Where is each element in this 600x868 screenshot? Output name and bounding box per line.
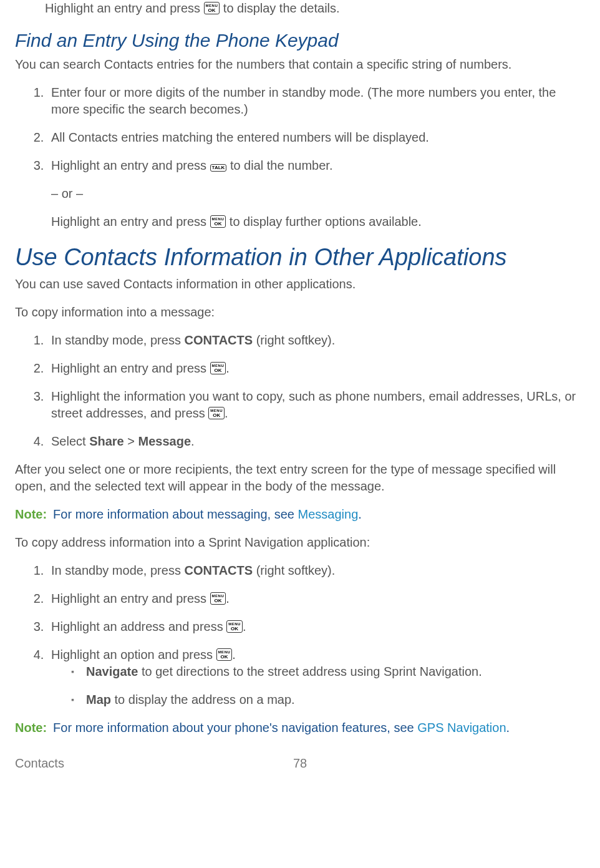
list-item: In standby mode, press CONTACTS (right s… [47, 332, 585, 349]
talk-key-icon: TALK [210, 164, 227, 172]
subheading: To copy information into a message: [15, 304, 585, 321]
note-navigation: Note:For more information about your pho… [15, 719, 585, 736]
list-item: Highlight an entry and press TALK to dia… [47, 157, 585, 230]
or-separator: – or – [51, 185, 585, 202]
list-item: Map to display the address on a map. [71, 691, 585, 708]
note-label: Note: [15, 721, 47, 734]
menu-ok-key-icon: MENUOK [210, 215, 226, 228]
list-item: Enter four or more digits of the number … [47, 84, 585, 118]
heading-find-entry: Find an Entry Using the Phone Keypad [15, 28, 585, 54]
note-label: Note: [15, 507, 47, 521]
gps-navigation-link[interactable]: GPS Navigation [417, 721, 506, 734]
list-item: Navigate to get directions to the street… [71, 663, 585, 680]
list-item: In standby mode, press CONTACTS (right s… [47, 562, 585, 579]
options-bullets: Navigate to get directions to the street… [51, 663, 585, 708]
menu-ok-key-icon: MENUOK [216, 648, 233, 661]
page-number: 78 [293, 755, 307, 770]
list-item: All Contacts entries matching the entere… [47, 129, 585, 146]
menu-ok-key-icon: MENUOK [210, 362, 226, 374]
list-item: Select Share > Message. [47, 433, 585, 450]
steps-list-2a: In standby mode, press CONTACTS (right s… [15, 332, 585, 450]
body-text: After you select one or more recipients,… [15, 461, 585, 495]
list-item: Highlight an option and press MENUOK. Na… [47, 646, 585, 708]
subheading: To copy address information into a Sprin… [15, 534, 585, 551]
softkey-label: CONTACTS [184, 333, 253, 347]
note-messaging: Note:For more information about messagin… [15, 506, 585, 523]
heading-use-contacts: Use Contacts Information in Other Applic… [15, 241, 585, 273]
list-item: Highlight the information you want to co… [47, 388, 585, 422]
list-item: Highlight an address and press MENUOK. [47, 618, 585, 635]
menu-ok-key-icon: MENUOK [204, 2, 220, 14]
alt-instruction: Highlight an entry and press MENUOK to d… [51, 213, 585, 230]
lead-text: You can search Contacts entries for the … [15, 56, 585, 73]
messaging-link[interactable]: Messaging [298, 507, 359, 521]
lead-text: You can use saved Contacts information i… [15, 276, 585, 293]
text: Highlight an entry and press [45, 1, 204, 15]
menu-ok-key-icon: MENUOK [226, 620, 243, 633]
page-footer: Contacts 78 [15, 755, 585, 770]
menu-ok-key-icon: MENUOK [208, 407, 225, 419]
list-item: Highlight an entry and press MENUOK. [47, 360, 585, 377]
steps-list-1: Enter four or more digits of the number … [15, 84, 585, 230]
softkey-label: CONTACTS [184, 563, 253, 577]
menu-ok-key-icon: MENUOK [210, 592, 226, 605]
footer-section: Contacts [15, 756, 64, 770]
text: to display the details. [220, 1, 339, 15]
list-item: Highlight an entry and press MENUOK. [47, 590, 585, 607]
steps-list-2b: In standby mode, press CONTACTS (right s… [15, 562, 585, 708]
intro-line: Highlight an entry and press MENUOK to d… [45, 0, 585, 17]
